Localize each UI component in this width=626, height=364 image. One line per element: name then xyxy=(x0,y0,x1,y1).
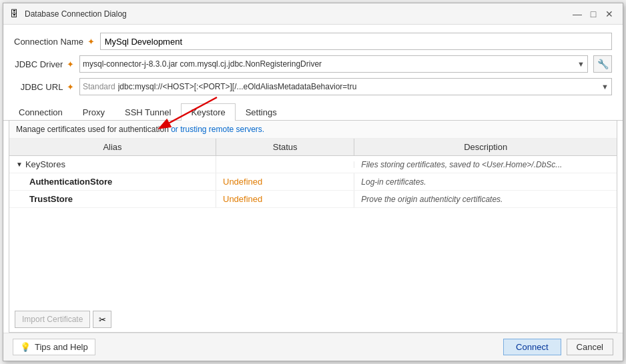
auth-store-desc-cell: Log-in certificates. xyxy=(354,174,617,190)
trust-store-label: TrustStore xyxy=(29,194,73,204)
tips-and-help-button[interactable]: 💡 Tips and Help xyxy=(13,339,95,355)
info-bar: Manage certificates used for authenticat… xyxy=(9,121,617,139)
status-header: Status xyxy=(216,139,354,155)
bottom-right-buttons: Connect Cancel xyxy=(503,339,613,355)
keystores-row[interactable]: ▼ KeyStores Files storing certificates, … xyxy=(9,156,617,173)
titlebar-left: 🗄 Database Connection Dialog xyxy=(10,9,127,19)
close-button[interactable]: ✕ xyxy=(603,7,616,21)
scissors-icon: ✂ xyxy=(99,315,106,325)
bottom-bar: 💡 Tips and Help Connect Cancel xyxy=(3,333,623,361)
titlebar: 🗄 Database Connection Dialog — □ ✕ xyxy=(3,3,623,25)
jdbc-driver-select[interactable]: mysql-connector-j-8.3.0.jar com.mysql.cj… xyxy=(79,55,588,73)
alias-header: Alias xyxy=(9,139,216,155)
svg-line-1 xyxy=(164,97,217,126)
tab-connection[interactable]: Connection xyxy=(9,103,73,121)
tree-toggle-icon[interactable]: ▼ xyxy=(16,161,23,168)
window-controls: — □ ✕ xyxy=(571,7,616,21)
jdbc-url-label: JDBC URL ✦ xyxy=(14,82,74,92)
wrench-button[interactable]: 🔧 xyxy=(593,55,612,73)
chevron-down-icon: ▼ xyxy=(577,60,585,68)
lightbulb-icon: 💡 xyxy=(20,342,31,352)
connection-name-row: Connection Name ✦ xyxy=(14,33,612,50)
trust-store-status-cell: Undefined xyxy=(216,191,354,207)
table-body: ▼ KeyStores Files storing certificates, … xyxy=(9,156,617,307)
keystores-desc-cell: Files storing certificates, saved to <Us… xyxy=(354,157,617,173)
trust-store-alias-cell: TrustStore xyxy=(9,191,216,207)
description-header: Description xyxy=(354,139,617,155)
jdbc-driver-row: JDBC Driver ✦ mysql-connector-j-8.3.0.ja… xyxy=(14,55,612,73)
jdbc-driver-value: mysql-connector-j-8.3.0.jar com.mysql.cj… xyxy=(83,59,322,69)
auth-store-status-cell: Undefined xyxy=(216,173,354,190)
maximize-button[interactable]: □ xyxy=(587,7,600,21)
tools-button[interactable]: ✂ xyxy=(93,311,111,328)
table-header: Alias Status Description xyxy=(9,139,617,156)
tips-label: Tips and Help xyxy=(35,342,88,352)
cancel-button[interactable]: Cancel xyxy=(567,339,613,355)
jdbc-url-row: JDBC URL ✦ Standard jdbc:mysql://<HOST>[… xyxy=(14,78,612,95)
jdbc-url-select[interactable]: Standard jdbc:mysql://<HOST>[:<PORT>][/.… xyxy=(79,78,612,95)
url-value: jdbc:mysql://<HOST>[:<PORT>][/...eOldAli… xyxy=(118,82,601,91)
connection-name-label: Connection Name ✦ xyxy=(14,37,95,47)
required-dot: ✦ xyxy=(85,37,95,47)
red-arrow-svg xyxy=(150,94,230,131)
connection-name-input[interactable] xyxy=(100,33,612,50)
auth-store-row[interactable]: AuthenticationStore Undefined Log-in cer… xyxy=(9,173,617,191)
jdbc-driver-label: JDBC Driver ✦ xyxy=(14,59,74,69)
db-icon: 🗄 xyxy=(10,9,21,19)
keystores-alias-cell: ▼ KeyStores xyxy=(9,156,216,173)
tab-settings[interactable]: Settings xyxy=(236,103,287,121)
keystores-label: KeyStores xyxy=(25,159,65,169)
info-text: Manage certificates used for authenticat… xyxy=(16,125,171,134)
form-area: Connection Name ✦ JDBC Driver ✦ mysql-co… xyxy=(3,25,623,101)
url-chevron-down-icon: ▼ xyxy=(601,83,609,91)
url-prefix: Standard xyxy=(83,82,115,91)
content-area: Manage certificates used for authenticat… xyxy=(9,121,617,333)
minimize-button[interactable]: — xyxy=(571,7,584,21)
auth-store-alias-cell: AuthenticationStore xyxy=(9,173,216,190)
dialog-title: Database Connection Dialog xyxy=(25,9,127,19)
trust-store-desc-cell: Prove the origin authenticity certificat… xyxy=(354,191,617,207)
tabs-bar: Connection Proxy SSH Tunnel Keystore Set… xyxy=(3,103,623,121)
keystores-status-cell xyxy=(216,161,354,168)
auth-store-label: AuthenticationStore xyxy=(29,177,112,187)
import-certificate-button[interactable]: Import Certificate xyxy=(15,311,90,328)
trust-store-row[interactable]: TrustStore Undefined Prove the origin au… xyxy=(9,191,617,208)
footer-toolbar: Import Certificate ✂ xyxy=(9,307,617,332)
connect-button[interactable]: Connect xyxy=(503,339,561,355)
database-connection-dialog: 🗄 Database Connection Dialog — □ ✕ Conne… xyxy=(3,3,623,361)
tab-proxy[interactable]: Proxy xyxy=(73,103,115,121)
